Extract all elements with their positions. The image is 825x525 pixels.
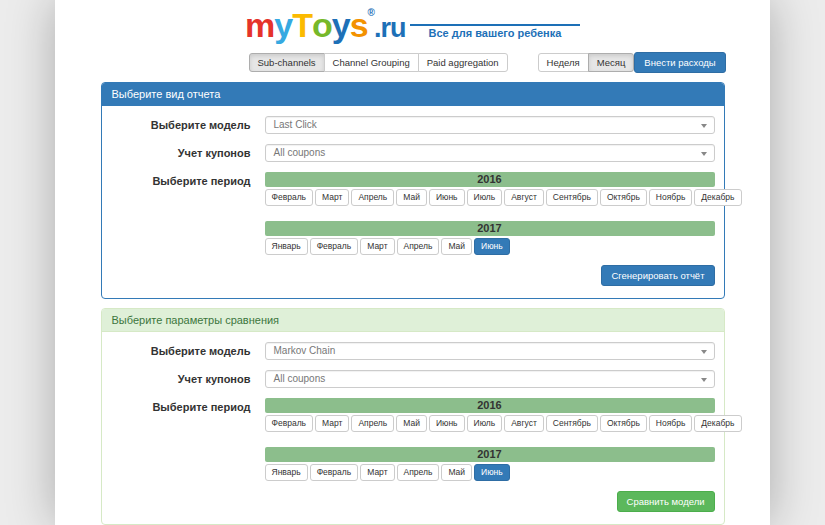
period-selector: 2016ФевральМартАпрельМайИюньИюльАвгустСе…: [265, 398, 715, 481]
chevron-down-icon: [701, 124, 707, 128]
month-button[interactable]: Февраль: [310, 464, 359, 481]
report-panel-title: Выберите вид отчета: [102, 83, 724, 106]
year-header: 2016: [265, 172, 715, 187]
month-button[interactable]: Март: [360, 464, 394, 481]
month-button[interactable]: Январь: [265, 464, 308, 481]
compare-panel-title: Выберите параметры сравнения: [102, 309, 724, 332]
month-button[interactable]: Июль: [467, 189, 503, 206]
logo-letter: o: [312, 8, 332, 42]
compare-coupons-select[interactable]: All coupons: [265, 370, 715, 388]
month-button[interactable]: Март: [360, 238, 394, 255]
month-button[interactable]: Ноябрь: [649, 415, 693, 432]
year-block: 2017ЯнварьФевральМартАпрельМайИюнь: [265, 221, 715, 255]
logo-letter: m: [245, 8, 274, 42]
model-select[interactable]: Last Click: [265, 116, 715, 134]
month-button[interactable]: Апрель: [351, 189, 394, 206]
coupons-select-value: All coupons: [274, 147, 326, 158]
granularity-toggle-group: НеделяМесяц: [538, 53, 635, 72]
logo-letter: T: [292, 8, 312, 42]
coupons-label: Учет купонов: [111, 144, 265, 162]
month-button[interactable]: Ноябрь: [649, 189, 693, 206]
generate-report-button[interactable]: Сгенерировать отчёт: [601, 265, 714, 286]
month-button[interactable]: Декабрь: [694, 189, 741, 206]
chevron-down-icon: [701, 152, 707, 156]
coupons-select[interactable]: All coupons: [265, 144, 715, 162]
month-button[interactable]: Октябрь: [600, 415, 647, 432]
month-row: ФевральМартАпрельМайИюньИюльАвгустСентяб…: [265, 189, 715, 206]
chevron-down-icon: [701, 350, 707, 354]
coupons-label: Учет купонов: [111, 370, 265, 388]
month-button[interactable]: Июнь: [474, 464, 510, 481]
enter-expenses-button[interactable]: Внести расходы: [634, 52, 725, 73]
model-label: Выберите модель: [111, 342, 265, 360]
month-button[interactable]: Апрель: [351, 415, 394, 432]
chevron-down-icon: [701, 378, 707, 382]
year-block: 2016ФевральМартАпрельМайИюньИюльАвгустСе…: [265, 172, 715, 206]
compare-coupons-select-value: All coupons: [274, 373, 326, 384]
month-row: ЯнварьФевральМартАпрельМайИюнь: [265, 464, 715, 481]
month-button[interactable]: Октябрь: [600, 189, 647, 206]
view-toggle-button[interactable]: Paid aggregation: [418, 53, 508, 72]
compare-model-select-value: Markov Chain: [274, 345, 336, 356]
month-button[interactable]: Февраль: [265, 415, 314, 432]
page-sheet: myToys®.ru Все для вашего ребенка Sub-ch…: [55, 0, 770, 525]
compare-panel: Выберите параметры сравнения Выберите мо…: [101, 308, 725, 525]
report-panel: Выберите вид отчета Выберите модель Last…: [101, 82, 725, 299]
granularity-toggle-button[interactable]: Месяц: [588, 53, 635, 72]
month-button[interactable]: Май: [441, 464, 472, 481]
year-block: 2016ФевральМартАпрельМайИюньИюльАвгустСе…: [265, 398, 715, 432]
granularity-toggle-button[interactable]: Неделя: [538, 53, 589, 72]
month-button[interactable]: Март: [315, 189, 349, 206]
year-header: 2017: [265, 221, 715, 236]
period-selector: 2016ФевральМартАпрельМайИюньИюльАвгустСе…: [265, 172, 715, 255]
month-button[interactable]: Май: [396, 415, 427, 432]
logo-domain: .ru: [374, 13, 406, 43]
toolbar: Sub-channelsChannel GroupingPaid aggrega…: [101, 52, 725, 73]
month-button[interactable]: Январь: [265, 238, 308, 255]
month-button[interactable]: Декабрь: [694, 415, 741, 432]
year-header: 2017: [265, 447, 715, 462]
month-button[interactable]: Апрель: [397, 464, 440, 481]
month-button[interactable]: Август: [504, 189, 544, 206]
month-button[interactable]: Июль: [467, 415, 503, 432]
logo-brand-text: myToys: [245, 6, 368, 44]
month-button[interactable]: Июнь: [429, 415, 465, 432]
model-select-value: Last Click: [274, 119, 317, 130]
period-label: Выберите период: [111, 398, 265, 481]
model-label: Выберите модель: [111, 116, 265, 134]
month-button[interactable]: Сентябрь: [546, 415, 598, 432]
month-button[interactable]: Август: [504, 415, 544, 432]
month-row: ФевральМартАпрельМайИюньИюльАвгустСентяб…: [265, 415, 715, 432]
month-button[interactable]: Март: [315, 415, 349, 432]
logo-tagline: Все для вашего ребенка: [410, 24, 580, 39]
logo-letter: y: [332, 8, 350, 42]
month-button[interactable]: Июнь: [474, 238, 510, 255]
compare-models-button[interactable]: Сравнить модели: [617, 491, 715, 512]
view-toggle-button[interactable]: Sub-channels: [249, 53, 325, 72]
logo-letter: s: [350, 8, 368, 42]
month-row: ЯнварьФевральМартАпрельМайИюнь: [265, 238, 715, 255]
logo: myToys®.ru Все для вашего ребенка: [101, 8, 725, 42]
period-label: Выберите период: [111, 172, 265, 255]
month-button[interactable]: Май: [396, 189, 427, 206]
month-button[interactable]: Февраль: [310, 238, 359, 255]
month-button[interactable]: Сентябрь: [546, 189, 598, 206]
month-button[interactable]: Апрель: [397, 238, 440, 255]
month-button[interactable]: Февраль: [265, 189, 314, 206]
view-toggle-button[interactable]: Channel Grouping: [324, 53, 419, 72]
logo-letter: y: [274, 8, 292, 42]
compare-model-select[interactable]: Markov Chain: [265, 342, 715, 360]
year-block: 2017ЯнварьФевральМартАпрельМайИюнь: [265, 447, 715, 481]
year-header: 2016: [265, 398, 715, 413]
month-button[interactable]: Май: [441, 238, 472, 255]
view-toggle-group: Sub-channelsChannel GroupingPaid aggrega…: [249, 53, 508, 72]
month-button[interactable]: Июнь: [429, 189, 465, 206]
